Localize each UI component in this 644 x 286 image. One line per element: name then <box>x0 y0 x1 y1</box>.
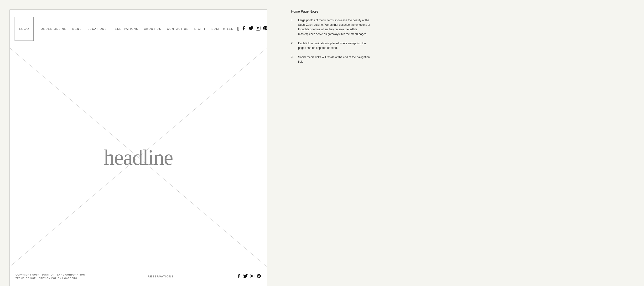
note-item-2: 2. Each link in navigation is placed whe… <box>291 41 630 50</box>
footer-facebook-icon[interactable] <box>236 274 241 279</box>
svg-rect-0 <box>256 26 260 30</box>
nav-egift[interactable]: E-GIFT <box>194 27 206 30</box>
footer-bar: COPYRIGHT SUSHI ZUSHI OF TEXAS CORPORATI… <box>10 267 267 286</box>
footer-copyright-line2: TERMS OF USE | PRIVACY POLICY | CAREERS <box>16 277 85 279</box>
note-item-1: 1. Large photos of menu items showcase t… <box>291 18 630 36</box>
notes-panel: Home Page Notes 1. Large photos of menu … <box>277 0 644 286</box>
wireframe-box: LOGO ORDER ONLINE MENU LOCATIONS RESERVA… <box>10 9 267 286</box>
nav-sushi-miles[interactable]: SUSHI MILES <box>212 27 234 30</box>
footer-center-link[interactable]: RESERVATIONS <box>148 275 174 278</box>
note-number-2: 2. <box>291 41 296 50</box>
footer-left: COPYRIGHT SUSHI ZUSHI OF TEXAS CORPORATI… <box>16 274 85 279</box>
nav-reservations[interactable]: RESERVATIONS <box>112 27 138 30</box>
nav-locations[interactable]: LOCATIONS <box>88 27 107 30</box>
note-number-3: 3. <box>291 55 296 64</box>
hero-area: headline <box>10 48 267 267</box>
logo-label: LOGO <box>19 27 29 30</box>
nav-menu[interactable]: MENU <box>72 27 82 30</box>
facebook-icon-svg[interactable] <box>241 25 246 32</box>
nav-social-icons:  <box>237 25 267 32</box>
logo-box: LOGO <box>14 17 34 41</box>
facebook-icon[interactable]:  <box>237 26 239 32</box>
instagram-icon[interactable] <box>256 25 261 32</box>
footer-twitter-icon[interactable] <box>243 274 248 279</box>
footer-instagram-icon[interactable] <box>250 274 254 279</box>
footer-social-icons <box>236 274 261 279</box>
note-item-3: 3. Social media links will reside at the… <box>291 55 630 64</box>
note-text-3: Social media links will reside at the en… <box>298 55 374 64</box>
note-text-2: Each link in navigation is placed where … <box>298 41 374 50</box>
twitter-icon[interactable] <box>248 25 254 32</box>
note-number-1: 1. <box>291 18 296 36</box>
svg-rect-4 <box>250 274 254 278</box>
footer-pinterest-icon[interactable] <box>256 274 261 279</box>
nav-contact-us[interactable]: CONTACT US <box>167 27 189 30</box>
nav-links: ORDER ONLINE MENU LOCATIONS RESERVATIONS… <box>41 27 234 30</box>
nav-order-online[interactable]: ORDER ONLINE <box>41 27 66 30</box>
footer-copyright-line1: COPYRIGHT SUSHI ZUSHI OF TEXAS CORPORATI… <box>16 274 85 276</box>
notes-title: Home Page Notes <box>291 9 630 13</box>
pinterest-icon[interactable] <box>262 25 267 32</box>
nav-bar: LOGO ORDER ONLINE MENU LOCATIONS RESERVA… <box>10 10 267 48</box>
nav-about-us[interactable]: ABOUT US <box>144 27 161 30</box>
wireframe-area: LOGO ORDER ONLINE MENU LOCATIONS RESERVA… <box>0 0 277 286</box>
note-text-1: Large photos of menu items showcase the … <box>298 18 374 36</box>
hero-headline: headline <box>104 145 173 170</box>
